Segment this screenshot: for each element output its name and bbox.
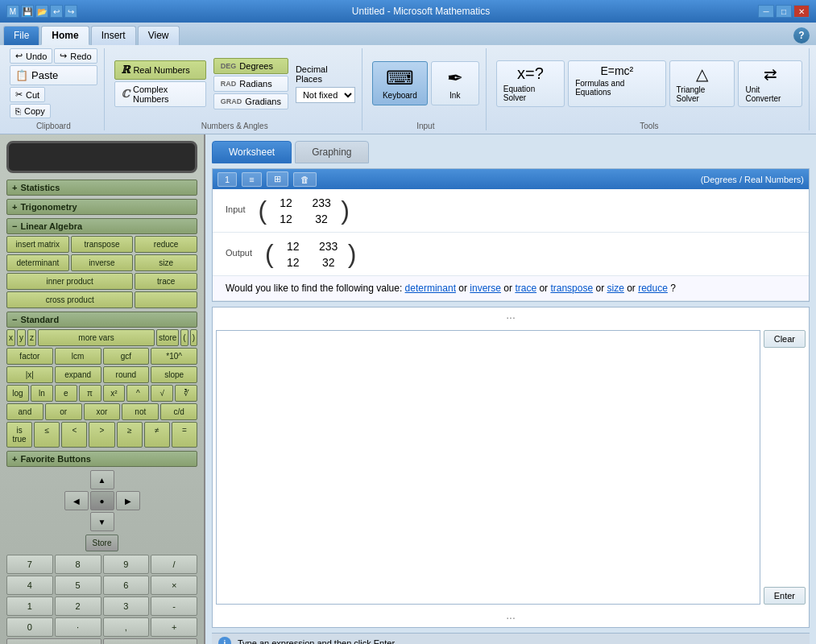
lcm-button[interactable]: lcm: [55, 348, 101, 365]
inverse-link[interactable]: inverse: [470, 283, 501, 294]
tab-home[interactable]: Home: [41, 26, 89, 45]
eq-button[interactable]: =: [172, 422, 197, 448]
redo-button[interactable]: ↪ Redo: [54, 48, 97, 64]
cbrt-button[interactable]: ∛: [175, 385, 197, 402]
num-7[interactable]: 7: [6, 555, 53, 574]
num-mul[interactable]: ×: [151, 576, 197, 595]
maximize-button[interactable]: □: [776, 5, 792, 18]
num-comma[interactable]: ,: [103, 617, 150, 637]
left-button[interactable]: ◀: [64, 491, 89, 510]
close-paren-button[interactable]: ): [190, 329, 197, 346]
real-numbers-button[interactable]: ℝ Real Numbers: [114, 60, 206, 80]
inverse-button[interactable]: inverse: [71, 254, 134, 271]
size-link[interactable]: size: [607, 283, 623, 294]
statistics-header[interactable]: + Statistics: [6, 180, 197, 196]
reduce-button[interactable]: reduce: [135, 236, 197, 253]
help-button[interactable]: ?: [793, 27, 810, 43]
cut-button[interactable]: ✂ Cut: [10, 87, 45, 102]
calc-enter-button[interactable]: Enter: [103, 638, 198, 644]
num-8[interactable]: 8: [55, 555, 101, 574]
open-icon[interactable]: 📂: [35, 5, 48, 18]
gt-button[interactable]: >: [89, 422, 114, 448]
trace-button[interactable]: trace: [135, 273, 197, 290]
center-button[interactable]: ●: [90, 491, 114, 510]
and-button[interactable]: and: [6, 403, 43, 420]
ink-button[interactable]: ✒ Ink: [431, 61, 479, 105]
lt-button[interactable]: <: [61, 422, 87, 448]
ws-btn-delete[interactable]: 🗑: [293, 172, 317, 187]
sqrt-button[interactable]: √: [151, 385, 173, 402]
redo-icon-title[interactable]: ↪: [64, 5, 77, 18]
save-icon[interactable]: 💾: [21, 5, 34, 18]
store-button[interactable]: Store: [85, 535, 119, 551]
istrue-button[interactable]: is true: [6, 422, 32, 448]
trigonometry-header[interactable]: + Trigonometry: [6, 199, 197, 215]
abs-button[interactable]: |x|: [6, 366, 53, 383]
ws-btn-list[interactable]: ≡: [242, 172, 261, 187]
ten-power-button[interactable]: *10^: [151, 348, 197, 365]
equation-solver-button[interactable]: x=? Equation Solver: [496, 60, 565, 107]
cross-product-button[interactable]: cross product: [6, 291, 133, 308]
x-button[interactable]: x: [6, 329, 15, 346]
num-minus[interactable]: -: [151, 597, 197, 616]
gradians-button[interactable]: GRAD Gradians: [213, 93, 288, 109]
determinant-button[interactable]: determinant: [6, 254, 69, 271]
trace-link[interactable]: trace: [515, 283, 536, 294]
degrees-button[interactable]: DEG Degrees: [213, 58, 288, 74]
e-button[interactable]: e: [55, 385, 77, 402]
tab-graphing[interactable]: Graphing: [295, 141, 368, 163]
y-button[interactable]: y: [17, 329, 26, 346]
round-button[interactable]: round: [103, 366, 150, 383]
xsquared-button[interactable]: x²: [103, 385, 126, 402]
num-3[interactable]: 3: [103, 597, 150, 616]
transpose-button[interactable]: transpose: [71, 236, 134, 253]
down-button[interactable]: ▼: [90, 512, 114, 531]
not-button[interactable]: not: [122, 403, 159, 420]
up-button[interactable]: ▲: [90, 470, 114, 489]
num-2[interactable]: 2: [55, 597, 101, 616]
keyboard-button[interactable]: ⌨ Keyboard: [372, 61, 428, 105]
ln-button[interactable]: ln: [31, 385, 53, 402]
store-var-button[interactable]: store: [156, 329, 179, 346]
num-6[interactable]: 6: [103, 576, 150, 595]
decimal-places-select[interactable]: Not fixed: [296, 87, 355, 103]
backspace-button[interactable]: Bksp: [6, 638, 101, 644]
geq-button[interactable]: ≥: [117, 422, 143, 448]
num-9[interactable]: 9: [103, 555, 150, 574]
xor-button[interactable]: xor: [84, 403, 121, 420]
standard-header[interactable]: − Standard: [6, 312, 197, 328]
paste-button[interactable]: 📋 Paste: [10, 65, 97, 85]
radians-button[interactable]: RAD Radians: [213, 76, 288, 92]
num-4[interactable]: 4: [6, 576, 53, 595]
enter-button[interactable]: Enter: [764, 587, 806, 605]
tab-view[interactable]: View: [138, 26, 180, 45]
z-button[interactable]: z: [27, 329, 36, 346]
transpose-link[interactable]: transpose: [550, 283, 593, 294]
tab-file[interactable]: File: [3, 26, 39, 45]
tab-insert[interactable]: Insert: [91, 26, 136, 45]
gcf-button[interactable]: gcf: [103, 348, 150, 365]
unit-converter-button[interactable]: ⇄ Unit Converter: [738, 60, 802, 107]
formulas-equations-button[interactable]: E=mc² Formulas and Equations: [568, 60, 665, 107]
num-5[interactable]: 5: [55, 576, 101, 595]
right-button[interactable]: ▶: [116, 491, 140, 510]
triangle-solver-button[interactable]: △ Triangle Solver: [669, 60, 735, 107]
inner-product-button[interactable]: inner product: [6, 273, 133, 290]
power-button[interactable]: ^: [126, 385, 149, 402]
size-button[interactable]: size: [135, 254, 197, 271]
expression-input[interactable]: [216, 330, 760, 605]
ws-btn-1[interactable]: 1: [217, 172, 237, 187]
minimize-button[interactable]: ─: [758, 5, 774, 18]
determinant-link[interactable]: determinant: [405, 283, 456, 294]
open-paren-button[interactable]: (: [180, 329, 188, 346]
close-button[interactable]: ✕: [793, 5, 810, 18]
pi-button[interactable]: π: [79, 385, 101, 402]
num-1[interactable]: 1: [6, 597, 53, 616]
favorite-buttons-header[interactable]: + Favorite Buttons: [6, 451, 197, 467]
num-0[interactable]: 0: [6, 617, 53, 637]
copy-button[interactable]: ⎘ Copy: [10, 104, 51, 118]
tab-worksheet[interactable]: Worksheet: [212, 141, 292, 163]
reduce-link[interactable]: reduce: [638, 283, 668, 294]
num-div[interactable]: /: [151, 555, 197, 574]
leq-button[interactable]: ≤: [34, 422, 60, 448]
